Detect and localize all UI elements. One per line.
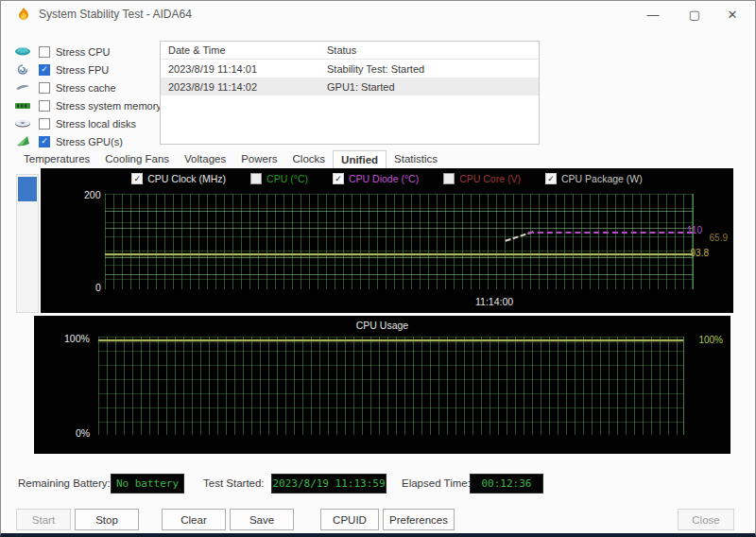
plot-area — [98, 337, 684, 435]
memory-icon — [14, 99, 33, 112]
status-bar: Remaining Battery: No battery Test Start… — [1, 472, 755, 496]
tab-voltages[interactable]: Voltages — [177, 150, 233, 169]
test-started-label: Test Started: — [203, 477, 265, 489]
legend-label: CPU Core (V) — [459, 173, 521, 184]
legend-cpu-temp[interactable]: CPU (°C) — [250, 173, 308, 184]
legend-cpu-clock-checkbox[interactable] — [131, 173, 143, 184]
save-button[interactable]: Save — [230, 509, 294, 530]
window-close-button[interactable]: ✕ — [713, 1, 751, 27]
tab-cooling-fans[interactable]: Cooling Fans — [97, 150, 177, 169]
stop-button[interactable]: Stop — [75, 509, 139, 530]
tab-statistics[interactable]: Statistics — [387, 150, 445, 169]
log-datetime: 2023/8/19 11:14:02 — [161, 81, 323, 93]
preferences-button[interactable]: Preferences — [383, 509, 455, 530]
log-header[interactable]: Date & Time Status — [161, 42, 539, 60]
stress-memory-checkbox[interactable] — [39, 100, 50, 112]
legend-cpu-package-checkbox[interactable] — [545, 173, 557, 184]
stress-gpu-label: Stress GPU(s) — [56, 136, 123, 147]
flame-icon — [16, 7, 31, 22]
chart-title: CPU Usage — [356, 320, 408, 331]
log-row[interactable]: 2023/8/19 11:14:02 GPU1: Started — [161, 78, 539, 95]
start-button[interactable]: Start — [16, 509, 71, 530]
legend-label: CPU (°C) — [266, 173, 308, 184]
tab-powers[interactable]: Powers — [233, 150, 284, 169]
tab-temperatures[interactable]: Temperatures — [16, 150, 97, 169]
stress-cpu-row[interactable]: Stress CPU — [14, 43, 156, 61]
y-tick-0: 0 — [95, 282, 101, 293]
log-col-status[interactable]: Status — [323, 44, 539, 56]
stress-cache-label: Stress cache — [56, 82, 116, 94]
tab-unified[interactable]: Unified — [333, 150, 387, 169]
log-col-datetime[interactable]: Date & Time — [161, 44, 323, 56]
legend-label: CPU Package (W) — [561, 173, 643, 184]
cpu-diode-trace — [528, 232, 693, 234]
y-tick-100pct: 100% — [64, 333, 90, 344]
maximize-button[interactable]: ▢ — [676, 1, 713, 27]
elapsed-time-value: 00:12:36 — [470, 474, 543, 494]
value-label-secondary: 65.9 — [710, 233, 728, 243]
stress-memory-row[interactable]: Stress system memory — [14, 96, 156, 114]
value-label-cpu-diode: 110 — [687, 225, 702, 235]
legend-cpu-core-checkbox[interactable] — [443, 173, 455, 184]
stress-disks-label: Stress local disks — [56, 118, 136, 130]
unified-sensor-chart: CPU Clock (MHz) CPU (°C) CPU Diode (°C) … — [41, 168, 733, 313]
chart-tabs: Temperatures Cooling Fans Voltages Power… — [16, 150, 445, 169]
battery-value: No battery — [111, 474, 184, 494]
log-status: GPU1: Started — [323, 81, 539, 93]
stress-disks-row[interactable]: Stress local disks — [14, 114, 156, 132]
gpu-icon — [14, 135, 33, 147]
stress-cache-checkbox[interactable] — [39, 82, 50, 94]
cpu-package-trace — [105, 253, 693, 255]
stress-disks-checkbox[interactable] — [39, 118, 50, 130]
x-tick-time: 11:14:00 — [475, 296, 513, 307]
legend-cpu-core[interactable]: CPU Core (V) — [443, 173, 521, 184]
legend-label: CPU Clock (MHz) — [147, 173, 226, 184]
elapsed-time-label: Elapsed Time: — [402, 477, 471, 489]
clear-button[interactable]: Clear — [162, 509, 226, 530]
title-bar: System Stability Test - AIDA64 — ▢ ✕ — [1, 1, 755, 27]
cache-icon — [14, 81, 33, 94]
scrollbar-thumb[interactable] — [18, 177, 37, 201]
cpu-usage-trace — [98, 339, 683, 341]
stress-cpu-checkbox[interactable] — [39, 46, 50, 58]
legend-cpu-package[interactable]: CPU Package (W) — [545, 173, 643, 184]
stress-memory-label: Stress system memory — [56, 100, 162, 112]
battery-label: Remaining Battery: — [18, 477, 111, 489]
legend-label: CPU Diode (°C) — [349, 173, 419, 184]
y-tick-0pct: 0% — [76, 427, 90, 439]
stress-gpu-checkbox[interactable] — [39, 136, 50, 147]
disk-icon — [14, 117, 33, 130]
stress-fpu-row[interactable]: Stress FPU — [14, 61, 156, 78]
legend-cpu-temp-checkbox[interactable] — [250, 173, 262, 184]
cpuid-button[interactable]: CPUID — [320, 509, 379, 530]
value-label-cpu-usage: 100% — [698, 335, 723, 345]
chart-legend: CPU Clock (MHz) CPU (°C) CPU Diode (°C) … — [41, 173, 733, 184]
stress-fpu-checkbox[interactable] — [39, 64, 50, 76]
value-label-cpu-package: 93.8 — [691, 248, 709, 258]
stress-cache-row[interactable]: Stress cache — [14, 78, 156, 96]
chart-vertical-scrollbar[interactable] — [16, 174, 39, 313]
y-tick-200: 200 — [84, 189, 101, 200]
stress-cpu-label: Stress CPU — [56, 46, 110, 58]
cpu-usage-chart: CPU Usage 100% 0% 100% — [34, 316, 730, 454]
plot-area — [105, 194, 694, 289]
log-status: Stability Test: Started — [323, 63, 539, 75]
log-datetime: 2023/8/19 11:14:01 — [161, 63, 323, 75]
close-button[interactable]: Close — [678, 509, 734, 530]
test-started-value: 2023/8/19 11:13:59 — [271, 474, 387, 494]
log-row[interactable]: 2023/8/19 11:14:01 Stability Test: Start… — [161, 60, 539, 78]
cpu-icon — [14, 45, 33, 58]
fpu-icon — [14, 63, 33, 76]
stress-gpu-row[interactable]: Stress GPU(s) — [14, 132, 156, 150]
legend-cpu-diode[interactable]: CPU Diode (°C) — [333, 173, 419, 184]
window-title: System Stability Test - AIDA64 — [39, 8, 192, 21]
stress-fpu-label: Stress FPU — [56, 64, 109, 76]
minimize-button[interactable]: — — [634, 1, 672, 27]
stress-options: Stress CPU Stress FPU Stress cache Stres… — [14, 43, 156, 150]
status-log: Date & Time Status 2023/8/19 11:14:01 St… — [160, 41, 540, 145]
system-stability-test-window: System Stability Test - AIDA64 — ▢ ✕ Str… — [0, 0, 756, 537]
legend-cpu-clock[interactable]: CPU Clock (MHz) — [131, 173, 226, 184]
legend-cpu-diode-checkbox[interactable] — [333, 173, 344, 184]
tab-clocks[interactable]: Clocks — [285, 150, 334, 169]
